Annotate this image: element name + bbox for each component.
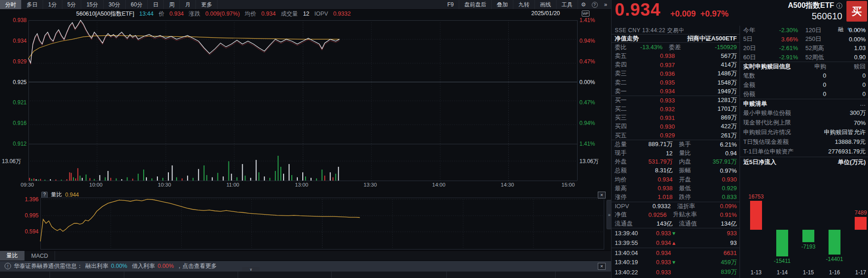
bid-label: 买四 [615,122,627,130]
toolbar-menu-F9[interactable]: F9 [442,0,459,9]
nav-tab-netvalue[interactable]: 净值走势 [615,34,639,43]
subscription-value: 0 [826,72,866,79]
perf-label: 52周低 [806,53,829,62]
perf-value: 1.03 [829,45,866,51]
perf-row: 60日-2.91%52周低0.90 [740,53,868,62]
subscription-value: 0 [755,72,826,79]
stat-row: 涨停1.018跌停0.833 [612,193,740,201]
ask-label: 卖二 [615,79,627,87]
period-tab-日[interactable]: 日 [148,0,164,9]
net-inflow-bar-chart: 167531-13-154111-14-71931-15-144011-1674… [740,165,868,278]
period-tab-周[interactable]: 周 [164,0,180,9]
toolbar-menu-工具[interactable]: 工具 [556,0,578,9]
stat-value: 0.9256 [627,211,667,218]
tick-price: 0.933 [638,269,671,276]
redeem-row: T-1日单位申赎资产2776931.79元 [740,147,868,157]
tick-price: 0.933 [638,230,671,237]
perf-value: 0.00% [829,36,866,43]
bid-size: 869万 [675,113,737,122]
stat-label: 总量 [615,140,627,148]
info-bar-close-icon[interactable]: × [598,263,606,270]
period-tab-分时[interactable]: 分时 [0,0,22,9]
redeem-value: 2776931.79元 [794,148,866,156]
ask-price: 0.937 [627,62,675,68]
security-info-icon[interactable]: ! [836,3,842,9]
period-tab-月[interactable]: 月 [180,0,196,9]
stat-label: 现手 [615,149,627,157]
redeem-row: 最小申赎单位份额300万 [740,108,868,118]
indicator-tab-量比[interactable]: 量比 [0,251,25,261]
collapsed-bottom-panel[interactable]: ∨ [0,271,611,278]
toolbar-menu-九转[interactable]: 九转 [513,0,535,9]
liangbi-subchart[interactable]: ? 量比 0.944 × 1.3960.9950.594 [0,189,611,250]
bid-price: 0.931 [627,114,675,121]
stat-label: 流通盘 [615,220,633,228]
price-axis-label: 0.929 [13,58,27,65]
period-tab-15分[interactable]: 15分 [81,0,103,9]
stat-value: 6.21% [691,141,737,148]
security-name-block: A500指数ETF! 560610 [788,1,842,22]
tick-price: 0.933 [638,259,671,266]
buy-button[interactable]: 买 [846,1,867,22]
volume-axis-label-left: 13.06万 [2,158,21,165]
quote-panel: 0.934 +0.009 +0.97% A500指数ETF! 560610 买 … [611,0,868,278]
redeem-row: 申购赎回允许情况申购赎回皆允许 [740,128,868,137]
perf-label: 20日 [743,44,762,52]
info-more-link[interactable]: ，点击查看更多 [177,262,217,270]
ask-price: 0.936 [627,70,675,77]
bid-size: 1281万 [675,96,737,104]
nav-tab-fundname[interactable]: 招商中证A500ETF [639,34,737,43]
wp-monitor-icon[interactable]: WP [582,11,590,17]
nav-row: 净值走势招商中证A500ETF [612,34,740,43]
tick-direction-icon: ▾ [671,230,679,237]
info-prefix: 华泰证券融券通供需信息： [14,262,83,270]
stat-value: 0.09% [695,203,737,210]
toolbar-menu-画线[interactable]: 画线 [535,0,556,9]
subscription-row: 笔数00 [740,71,868,80]
tick-qty: 93 [679,239,737,246]
stat-label: 均价 [615,176,627,184]
bid-row: 买三0.931869万 [612,113,740,122]
stat-label: 外盘 [615,158,627,166]
stat-row: 最高0.938最低0.929 [612,184,740,193]
indicator-tab-bar: 量比MACD [0,250,611,261]
settings-gear-icon[interactable]: ⚙ [578,0,589,9]
help-question-glyph: ? [592,2,598,8]
period-tab-5分[interactable]: 5分 [62,0,82,9]
expand-chevron-icon[interactable]: ∨ [242,267,260,272]
perf-value: -2.91% [762,54,798,61]
toolbar-menu-盘前盘后[interactable]: 盘前盘后 [459,0,492,9]
redeem-label: 申购赎回允许情况 [743,128,791,136]
period-tab-60分[interactable]: 60分 [126,0,148,9]
subscription-value: 0 [755,81,826,88]
trade-tick-row: 13:40:190.933▾459万 [612,257,740,267]
stat-label: 涨停 [615,193,627,201]
price-axis-label: 0.921 [13,99,27,106]
stat-value: 12 [627,150,673,157]
ask-price: 0.934 [627,88,675,95]
period-tab-30分[interactable]: 30分 [104,0,126,9]
bid-row: 买二0.9321701万 [612,105,740,113]
period-tab-更多[interactable]: 更多 [196,0,217,9]
redeem-more-button[interactable]: … [767,100,866,107]
price-axis-label: 0.934 [13,38,27,44]
percent-axis-label: 0.47% [579,99,595,106]
toolbar-menu-叠加[interactable]: 叠加 [492,0,513,9]
perf-value: -2.61% [762,45,798,51]
period-tab-多日[interactable]: 多日 [22,0,43,9]
flow-category-label: 1-17 [850,269,868,276]
tick-time: 13:40:19 [615,259,638,266]
indicator-tab-MACD[interactable]: MACD [25,251,55,261]
subscription-label: 金额 [743,81,755,89]
redeem-value: 300万 [791,109,866,117]
help-icon[interactable]: ? [589,0,600,9]
toolbar-expand-icon[interactable]: » [600,0,611,9]
stat-row: 流通盘143亿流通值134亿 [612,219,740,228]
period-tab-1分[interactable]: 1分 [43,0,62,9]
intraday-chart[interactable]: 0.9380.9340.9290.9250.9210.9160.9121.41%… [0,18,611,190]
net-inflow-title: 近5日净流入 [743,158,776,166]
perf-row: 今年-2.30%120日0.00% [740,26,868,35]
bid-label: 买一 [615,96,627,104]
time-tick-label: 13:30 [364,182,377,187]
stat-label: 开盘 [679,176,691,184]
